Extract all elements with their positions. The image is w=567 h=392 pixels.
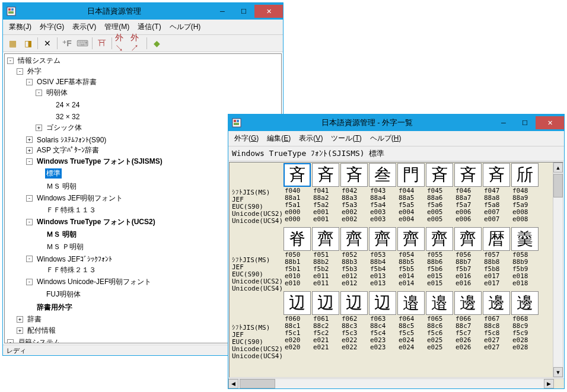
glyph-cell[interactable]: 齊 xyxy=(312,227,339,251)
expand-toggle[interactable]: - xyxy=(26,195,33,202)
tree-item[interactable]: Windows TrueType フォント(UCS2) xyxy=(36,217,157,227)
glyph-cell[interactable]: 邊 xyxy=(511,291,539,315)
glyph-cell[interactable]: 叁 xyxy=(369,163,396,187)
tool-addfont[interactable]: ⁺F xyxy=(60,36,74,50)
menu-help[interactable]: ヘルプ(H) xyxy=(166,21,205,33)
tree-item[interactable]: Windows TrueType フォント(SJISMS) xyxy=(36,157,164,167)
glyph-cell[interactable]: 齊 xyxy=(397,227,425,251)
tree-item[interactable]: Solaris ｼｽﾃﾑﾌｫﾝﾄ(S90) xyxy=(36,136,107,144)
glyph-cell[interactable]: 斉 xyxy=(426,163,453,187)
expand-toggle[interactable]: - xyxy=(36,90,42,96)
glyph-cell[interactable]: 斉 xyxy=(312,163,339,187)
expand-toggle[interactable]: + xyxy=(17,327,23,334)
tree-item[interactable]: FUJ明朝体 xyxy=(45,289,82,299)
glyph-cell[interactable]: 脊 xyxy=(284,227,311,251)
tree-item[interactable]: ＭＳ Ｐ明朝 xyxy=(45,242,85,252)
expand-toggle[interactable]: - xyxy=(7,339,14,343)
glyph-cell[interactable]: 斉 xyxy=(483,163,510,187)
expand-toggle[interactable]: - xyxy=(17,68,23,75)
glyph-cell[interactable]: 齊 xyxy=(454,227,482,251)
glyph-cell[interactable]: 齊 xyxy=(426,227,453,251)
titlebar[interactable]: 日本語資源管理 - 外字一覧 ─ ☐ ✕ xyxy=(228,114,564,131)
expand-toggle[interactable]: - xyxy=(26,256,33,262)
tree-item[interactable]: ASP 文字ﾊﾟﾀｰﾝ辞書 xyxy=(36,145,100,155)
scroll-right-arrow[interactable]: ▶ xyxy=(544,379,554,388)
tree-item[interactable]: ＦＦ特殊２１３ xyxy=(45,265,97,275)
glyph-cell[interactable]: 斉 xyxy=(454,163,482,187)
tree-item[interactable]: 32 × 32 xyxy=(55,113,81,121)
tree-item[interactable]: Windows Unicode-JEF明朝フォント xyxy=(36,277,152,287)
expand-toggle[interactable]: - xyxy=(26,279,33,285)
tree-item[interactable]: ゴシック体 xyxy=(45,123,83,133)
glyph-cell[interactable]: 邊 xyxy=(483,291,510,315)
tree-item[interactable]: Windows JEFｺﾞｼｯｸﾌｫﾝﾄ xyxy=(36,255,113,263)
glyph-grid[interactable]: 斉斉斉叁門斉斉斉斦f040f041f042f043f044f045f046f04… xyxy=(283,162,553,377)
titlebar[interactable]: 日本語資源管理 ─ ☐ ✕ xyxy=(3,3,283,20)
scroll-up-arrow[interactable]: ▲ xyxy=(553,162,563,173)
menu-manage[interactable]: 管理(M) xyxy=(101,21,133,33)
scroll-thumb[interactable] xyxy=(553,174,563,197)
vertical-scrollbar[interactable]: ▲ ▼ xyxy=(553,162,563,377)
close-button[interactable]: ✕ xyxy=(254,5,283,18)
expand-toggle[interactable]: - xyxy=(26,79,33,85)
tree-item[interactable]: 辞書用外字 xyxy=(36,302,74,313)
tree-item[interactable]: ＭＳ 明朝 xyxy=(45,230,78,240)
tool-1[interactable]: ▦ xyxy=(5,36,20,50)
scroll-thumb[interactable] xyxy=(240,379,275,388)
menu-gaiji[interactable]: 外字(G) xyxy=(36,21,68,33)
menu-edit[interactable]: 編集(E) xyxy=(263,132,294,145)
minimize-button[interactable]: ─ xyxy=(493,116,514,129)
tree-item[interactable]: 外字 xyxy=(26,66,43,77)
tool-help[interactable]: ◆ xyxy=(149,36,164,50)
glyph-cell[interactable]: 暦 xyxy=(483,227,510,251)
maximize-button[interactable]: ☐ xyxy=(233,5,254,18)
menu-gyomu[interactable]: 業務(J) xyxy=(5,21,35,33)
menu-gaiji[interactable]: 外字(G) xyxy=(231,132,262,145)
glyph-cell[interactable]: 辺 xyxy=(369,291,396,315)
tree-item[interactable]: ＭＳ 明朝 xyxy=(45,181,78,192)
expand-toggle[interactable]: + xyxy=(26,136,33,143)
tree-item[interactable]: 配付情報 xyxy=(26,326,57,336)
scroll-left-arrow[interactable]: ◀ xyxy=(228,379,238,388)
minimize-button[interactable]: ─ xyxy=(212,5,233,18)
tree-item[interactable]: 戸籍システム xyxy=(17,337,62,343)
menu-tool[interactable]: ツール(T) xyxy=(327,132,365,145)
glyph-cell[interactable]: 齊 xyxy=(340,227,368,251)
tree-item[interactable]: 情報システム xyxy=(17,56,62,66)
glyph-cell[interactable]: 羹 xyxy=(511,227,539,251)
menu-view[interactable]: 表示(V) xyxy=(295,132,326,145)
glyph-cell[interactable]: 斉 xyxy=(284,163,311,187)
expand-toggle[interactable]: + xyxy=(26,147,33,154)
scroll-down-arrow[interactable]: ▼ xyxy=(553,367,563,377)
expand-toggle[interactable]: - xyxy=(7,58,14,64)
glyph-cell[interactable]: 辺 xyxy=(312,291,339,315)
glyph-cell[interactable]: 辺 xyxy=(284,291,311,315)
expand-toggle[interactable]: + xyxy=(36,125,42,131)
tree-item-selected[interactable]: 標準 xyxy=(45,168,62,179)
glyph-cell[interactable]: 邉 xyxy=(397,291,425,315)
tool-keyboard[interactable]: ⌨ xyxy=(75,36,90,50)
tool-ex1[interactable]: 外↘ xyxy=(114,36,129,50)
expand-toggle[interactable]: - xyxy=(26,158,33,165)
tool-org[interactable]: ⛩ xyxy=(95,36,109,50)
close-button[interactable]: ✕ xyxy=(536,116,564,129)
glyph-cell[interactable]: 邊 xyxy=(454,291,482,315)
glyph-cell[interactable]: 斉 xyxy=(340,163,368,187)
menu-help[interactable]: ヘルプ(H) xyxy=(367,132,405,145)
tree-item[interactable]: ＦＦ特殊１１３ xyxy=(45,205,97,215)
tool-delete[interactable]: ✕ xyxy=(40,36,55,50)
tree-item[interactable]: 明朝体 xyxy=(45,88,69,98)
expand-toggle[interactable]: + xyxy=(17,316,23,323)
tree-item[interactable]: 24 × 24 xyxy=(55,101,81,109)
glyph-cell[interactable]: 斦 xyxy=(511,163,539,187)
tool-ex2[interactable]: 外↗ xyxy=(130,36,144,50)
tree-item[interactable]: Windows JEF明朝フォント xyxy=(36,193,124,203)
tree-item[interactable]: OSIV JEF基本辞書 xyxy=(36,77,98,87)
expand-toggle[interactable]: - xyxy=(26,219,33,225)
glyph-cell[interactable]: 齊 xyxy=(369,227,396,251)
glyph-cell[interactable]: 門 xyxy=(397,163,425,187)
menu-view[interactable]: 表示(V) xyxy=(69,21,100,33)
menu-comm[interactable]: 通信(T) xyxy=(134,21,164,33)
glyph-cell[interactable]: 邉 xyxy=(426,291,453,315)
horizontal-scrollbar[interactable]: ◀ ▶ xyxy=(228,378,564,388)
